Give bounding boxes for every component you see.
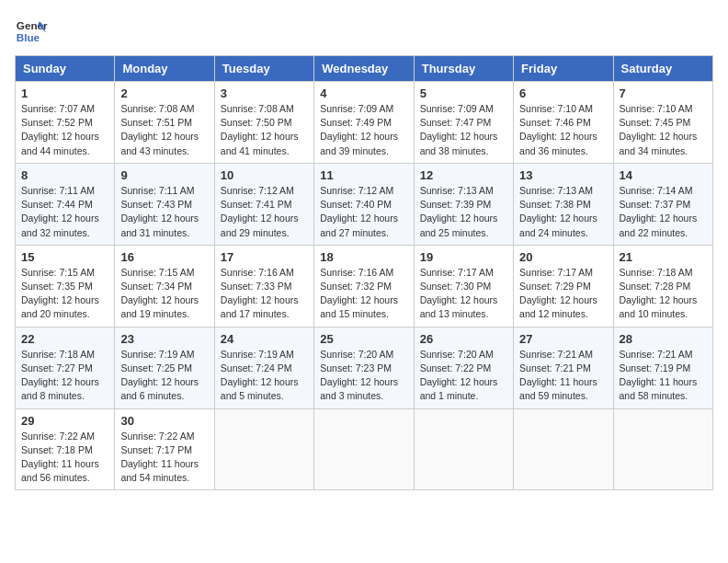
day-number: 8: [21, 168, 108, 182]
calendar-cell: 26Sunrise: 7:20 AMSunset: 7:22 PMDayligh…: [414, 327, 513, 408]
day-number: 12: [420, 168, 507, 182]
calendar-header-sunday: Sunday: [16, 56, 115, 82]
calendar-cell: 15Sunrise: 7:15 AMSunset: 7:35 PMDayligh…: [16, 245, 115, 327]
calendar-header-monday: Monday: [115, 56, 214, 82]
calendar-cell: 25Sunrise: 7:20 AMSunset: 7:23 PMDayligh…: [314, 327, 414, 408]
day-info: Sunrise: 7:13 AMSunset: 7:38 PMDaylight:…: [519, 184, 607, 240]
day-info: Sunrise: 7:11 AMSunset: 7:43 PMDaylight:…: [120, 184, 208, 240]
calendar-header-tuesday: Tuesday: [214, 56, 313, 82]
day-info: Sunrise: 7:20 AMSunset: 7:22 PMDaylight:…: [420, 348, 507, 404]
day-info: Sunrise: 7:10 AMSunset: 7:46 PMDaylight:…: [519, 102, 607, 158]
calendar-cell: [414, 408, 513, 490]
day-info: Sunrise: 7:16 AMSunset: 7:33 PMDaylight:…: [221, 266, 308, 322]
day-number: 2: [120, 86, 208, 100]
calendar-cell: 23Sunrise: 7:19 AMSunset: 7:25 PMDayligh…: [115, 327, 214, 408]
day-number: 1: [21, 86, 108, 100]
day-number: 20: [519, 250, 607, 264]
calendar-cell: 5Sunrise: 7:09 AMSunset: 7:47 PMDaylight…: [414, 82, 513, 164]
calendar-cell: [613, 408, 712, 490]
day-number: 5: [420, 86, 507, 100]
day-number: 29: [21, 414, 108, 428]
calendar-body: 1Sunrise: 7:07 AMSunset: 7:52 PMDaylight…: [16, 82, 713, 490]
calendar-week-row: 1Sunrise: 7:07 AMSunset: 7:52 PMDaylight…: [16, 82, 713, 164]
day-info: Sunrise: 7:20 AMSunset: 7:23 PMDaylight:…: [320, 348, 407, 404]
calendar-week-row: 22Sunrise: 7:18 AMSunset: 7:27 PMDayligh…: [16, 327, 713, 408]
day-info: Sunrise: 7:19 AMSunset: 7:25 PMDaylight:…: [120, 348, 208, 404]
day-number: 22: [21, 332, 108, 346]
day-number: 10: [221, 168, 308, 182]
day-number: 25: [320, 332, 407, 346]
calendar-cell: 28Sunrise: 7:21 AMSunset: 7:19 PMDayligh…: [613, 327, 712, 408]
calendar-cell: 22Sunrise: 7:18 AMSunset: 7:27 PMDayligh…: [16, 327, 115, 408]
calendar-cell: 27Sunrise: 7:21 AMSunset: 7:21 PMDayligh…: [514, 327, 613, 408]
calendar-cell: 18Sunrise: 7:16 AMSunset: 7:32 PMDayligh…: [314, 245, 414, 327]
svg-text:Blue: Blue: [17, 31, 40, 43]
day-info: Sunrise: 7:22 AMSunset: 7:17 PMDaylight:…: [120, 430, 208, 486]
day-number: 17: [221, 250, 308, 264]
day-info: Sunrise: 7:11 AMSunset: 7:44 PMDaylight:…: [21, 184, 108, 240]
calendar-header-friday: Friday: [514, 56, 613, 82]
calendar-cell: 12Sunrise: 7:13 AMSunset: 7:39 PMDayligh…: [414, 163, 513, 245]
day-number: 26: [420, 332, 507, 346]
calendar-cell: 7Sunrise: 7:10 AMSunset: 7:45 PMDaylight…: [613, 82, 712, 164]
calendar-cell: 16Sunrise: 7:15 AMSunset: 7:34 PMDayligh…: [115, 245, 214, 327]
calendar-header-row: SundayMondayTuesdayWednesdayThursdayFrid…: [16, 56, 713, 82]
day-number: 18: [320, 250, 407, 264]
calendar-cell: 6Sunrise: 7:10 AMSunset: 7:46 PMDaylight…: [514, 82, 613, 164]
day-info: Sunrise: 7:21 AMSunset: 7:21 PMDaylight:…: [519, 348, 607, 404]
calendar-cell: 4Sunrise: 7:09 AMSunset: 7:49 PMDaylight…: [314, 82, 414, 164]
calendar-cell: [214, 408, 313, 490]
calendar-cell: 20Sunrise: 7:17 AMSunset: 7:29 PMDayligh…: [514, 245, 613, 327]
day-info: Sunrise: 7:08 AMSunset: 7:51 PMDaylight:…: [120, 102, 208, 158]
calendar-cell: 2Sunrise: 7:08 AMSunset: 7:51 PMDaylight…: [115, 82, 214, 164]
day-number: 9: [120, 168, 208, 182]
calendar-cell: 30Sunrise: 7:22 AMSunset: 7:17 PMDayligh…: [115, 408, 214, 490]
day-number: 15: [21, 250, 108, 264]
day-info: Sunrise: 7:22 AMSunset: 7:18 PMDaylight:…: [21, 430, 108, 486]
logo-icon: General Blue: [15, 15, 48, 48]
calendar-cell: 24Sunrise: 7:19 AMSunset: 7:24 PMDayligh…: [214, 327, 313, 408]
calendar-cell: 21Sunrise: 7:18 AMSunset: 7:28 PMDayligh…: [613, 245, 712, 327]
day-info: Sunrise: 7:13 AMSunset: 7:39 PMDaylight:…: [420, 184, 507, 240]
day-info: Sunrise: 7:10 AMSunset: 7:45 PMDaylight:…: [620, 102, 707, 158]
calendar-week-row: 8Sunrise: 7:11 AMSunset: 7:44 PMDaylight…: [16, 163, 713, 245]
day-info: Sunrise: 7:14 AMSunset: 7:37 PMDaylight:…: [620, 184, 707, 240]
day-info: Sunrise: 7:18 AMSunset: 7:28 PMDaylight:…: [620, 266, 707, 322]
day-number: 4: [320, 86, 407, 100]
day-info: Sunrise: 7:21 AMSunset: 7:19 PMDaylight:…: [620, 348, 707, 404]
day-info: Sunrise: 7:15 AMSunset: 7:35 PMDaylight:…: [21, 266, 108, 322]
calendar-header-wednesday: Wednesday: [314, 56, 414, 82]
calendar-cell: 14Sunrise: 7:14 AMSunset: 7:37 PMDayligh…: [613, 163, 712, 245]
calendar-cell: 10Sunrise: 7:12 AMSunset: 7:41 PMDayligh…: [214, 163, 313, 245]
day-number: 21: [620, 250, 707, 264]
calendar-cell: 8Sunrise: 7:11 AMSunset: 7:44 PMDaylight…: [16, 163, 115, 245]
day-info: Sunrise: 7:16 AMSunset: 7:32 PMDaylight:…: [320, 266, 407, 322]
day-number: 28: [620, 332, 707, 346]
day-info: Sunrise: 7:07 AMSunset: 7:52 PMDaylight:…: [21, 102, 108, 158]
day-number: 11: [320, 168, 407, 182]
day-info: Sunrise: 7:09 AMSunset: 7:49 PMDaylight:…: [320, 102, 407, 158]
day-info: Sunrise: 7:17 AMSunset: 7:30 PMDaylight:…: [420, 266, 507, 322]
calendar-week-row: 15Sunrise: 7:15 AMSunset: 7:35 PMDayligh…: [16, 245, 713, 327]
day-number: 7: [620, 86, 707, 100]
calendar-cell: 1Sunrise: 7:07 AMSunset: 7:52 PMDaylight…: [16, 82, 115, 164]
day-info: Sunrise: 7:08 AMSunset: 7:50 PMDaylight:…: [221, 102, 308, 158]
day-info: Sunrise: 7:09 AMSunset: 7:47 PMDaylight:…: [420, 102, 507, 158]
day-info: Sunrise: 7:15 AMSunset: 7:34 PMDaylight:…: [120, 266, 208, 322]
day-number: 23: [120, 332, 208, 346]
day-number: 13: [519, 168, 607, 182]
calendar-header-saturday: Saturday: [613, 56, 712, 82]
calendar-cell: 17Sunrise: 7:16 AMSunset: 7:33 PMDayligh…: [214, 245, 313, 327]
calendar-cell: 9Sunrise: 7:11 AMSunset: 7:43 PMDaylight…: [115, 163, 214, 245]
calendar-week-row: 29Sunrise: 7:22 AMSunset: 7:18 PMDayligh…: [16, 408, 713, 490]
calendar-cell: [314, 408, 414, 490]
calendar-header-thursday: Thursday: [414, 56, 513, 82]
day-number: 24: [221, 332, 308, 346]
day-info: Sunrise: 7:19 AMSunset: 7:24 PMDaylight:…: [221, 348, 308, 404]
calendar-cell: 19Sunrise: 7:17 AMSunset: 7:30 PMDayligh…: [414, 245, 513, 327]
day-number: 6: [519, 86, 607, 100]
calendar-cell: 29Sunrise: 7:22 AMSunset: 7:18 PMDayligh…: [16, 408, 115, 490]
calendar-table: SundayMondayTuesdayWednesdayThursdayFrid…: [15, 55, 713, 490]
calendar-cell: 11Sunrise: 7:12 AMSunset: 7:40 PMDayligh…: [314, 163, 414, 245]
day-number: 16: [120, 250, 208, 264]
